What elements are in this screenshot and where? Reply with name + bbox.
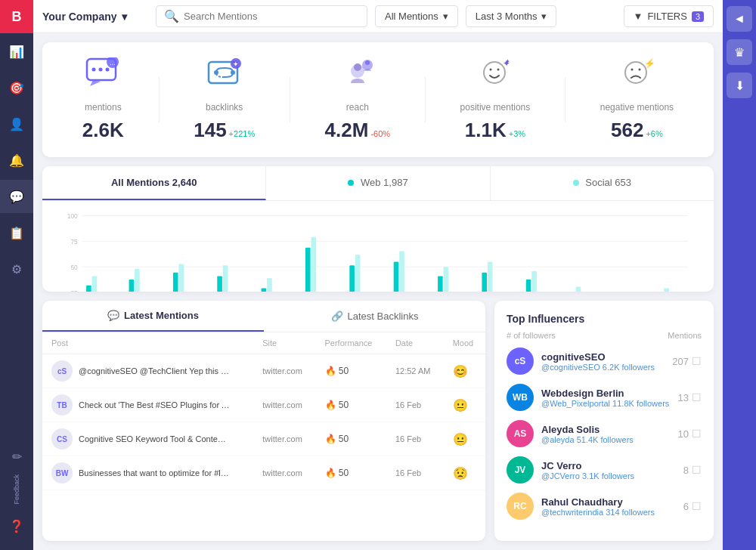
negative-value: 562 (611, 119, 643, 142)
reach-label: reach (346, 102, 369, 113)
tab-latest-mentions[interactable]: 💬 Latest Mentions (42, 301, 264, 332)
svg-rect-46 (349, 265, 355, 292)
filter-icon: ▼ (634, 11, 643, 22)
svg-rect-44 (305, 248, 311, 292)
col-performance: Performance (316, 332, 386, 354)
influencer-info: Webdesign Berlin @Web_Pixelportal 11.8K … (541, 388, 671, 408)
svg-point-7 (214, 70, 218, 75)
influencer-handle: @techwriterindia 314 followers (541, 508, 676, 517)
divider-1 (159, 77, 160, 122)
date-filter-dropdown[interactable]: Last 3 Months ▾ (466, 5, 557, 27)
svg-text:25: 25 (70, 289, 78, 292)
mentions-col-label: Mentions (668, 331, 702, 340)
svg-text:✦: ✦ (505, 58, 510, 65)
search-box: 🔍 (156, 5, 367, 27)
svg-text:50: 50 (70, 264, 78, 271)
sidebar-item-help[interactable]: ❓ (0, 509, 33, 542)
download-button[interactable]: ⬇ (727, 73, 752, 98)
svg-rect-37 (135, 269, 140, 292)
mood-cell: 😐 (444, 388, 485, 422)
post-cell: BW Businesses that want to optimize for … (42, 456, 253, 490)
sidebar-item-users[interactable]: 👤 (0, 107, 33, 141)
share-button[interactable]: ◄ (727, 6, 752, 32)
performance-cell: 🔥 50 (316, 388, 386, 422)
sidebar-item-analytics[interactable]: 📊 (0, 35, 33, 68)
sidebar-item-mentions[interactable]: 💬 (0, 180, 33, 213)
influencer-name: Aleyda Solis (541, 424, 671, 435)
svg-rect-38 (173, 273, 178, 292)
site-cell: twitter.com (253, 354, 315, 388)
svg-text:75: 75 (70, 238, 78, 246)
chart-tab-all[interactable]: All Mentions 2,640 (42, 166, 266, 200)
crown-button[interactable]: ♛ (727, 39, 752, 65)
mood-cell: 😟 (444, 456, 485, 490)
company-name: Your Company (42, 11, 117, 23)
svg-rect-40 (217, 276, 222, 292)
stats-card: ... mentions 2.6K ✦ (42, 42, 714, 157)
svg-rect-35 (92, 276, 98, 292)
avatar: RC (507, 493, 534, 520)
svg-point-20 (625, 62, 646, 83)
sidebar-item-settings[interactable]: ⚙ (0, 252, 33, 286)
svg-rect-42 (262, 288, 267, 292)
search-input[interactable] (184, 11, 359, 22)
performance-cell: 🔥 50 (316, 422, 386, 456)
influencer-row[interactable]: AS Aleyda Solis @aleyda 51.4K followers … (507, 420, 702, 447)
sidebar-item-notifications[interactable]: 🔔 (0, 144, 33, 177)
influencer-row[interactable]: WB Webdesign Berlin @Web_Pixelportal 11.… (507, 384, 702, 411)
influencer-row[interactable]: RC Rahul Chaudhary @techwriterindia 314 … (507, 493, 702, 520)
filters-button[interactable]: ▼ FILTERS 3 (624, 5, 714, 27)
social-dot (573, 180, 579, 186)
mentions-icon: ... (84, 57, 122, 96)
chart-tab-social[interactable]: Social 653 (491, 166, 714, 200)
avatar: TB (51, 394, 73, 416)
influencer-count: 10 ☐ (678, 428, 702, 440)
social-tab-label: Social 653 (585, 177, 631, 188)
table-row[interactable]: BW Businesses that want to optimize for … (42, 456, 485, 490)
content-area: ... mentions 2.6K ✦ (33, 33, 723, 550)
company-selector[interactable]: Your Company ▾ (42, 11, 148, 23)
post-text: Businesses that want to optimize for #lo… (79, 468, 230, 477)
negative-delta: +6% (646, 129, 662, 138)
influencers-subheader: # of followers Mentions (507, 331, 702, 340)
influencer-name: Webdesign Berlin (541, 388, 671, 399)
sidebar-item-reports[interactable]: 📋 (0, 216, 33, 249)
influencer-handle: @Web_Pixelportal 11.8K followers (541, 399, 671, 408)
mentions-filter-dropdown[interactable]: All Mentions ▾ (375, 5, 458, 27)
divider-4 (565, 77, 565, 122)
date-cell: 12:52 AM (386, 354, 444, 388)
table-row[interactable]: TB Check out 'The Best #SEO Plugins for … (42, 388, 485, 422)
sidebar-item-targeting[interactable]: 🎯 (0, 71, 33, 104)
chart-tab-web[interactable]: Web 1,987 (266, 166, 490, 200)
main-content: Your Company ▾ 🔍 All Mentions ▾ Last 3 M… (33, 0, 723, 550)
date-filter-label: Last 3 Months (476, 11, 538, 22)
svg-rect-34 (86, 286, 91, 292)
positive-label: positive mentions (460, 102, 531, 113)
influencer-row[interactable]: cS cognitiveSEO @cognitiveSEO 6.2K follo… (507, 348, 702, 375)
post-text: Cognitive SEO Keyword Tool & Content Ass… (79, 434, 230, 443)
table-row[interactable]: CS Cognitive SEO Keyword Tool & Content … (42, 422, 485, 456)
site-cell: twitter.com (253, 456, 315, 490)
sidebar-bottom: ✏ Feedback ❓ (0, 438, 33, 550)
avatar: JV (507, 456, 534, 484)
negative-label: negative mentions (600, 102, 674, 113)
followers-col-label: # of followers (507, 331, 556, 340)
avatar: WB (507, 384, 534, 411)
mentions-filter-label: All Mentions (385, 11, 438, 22)
svg-rect-50 (438, 276, 443, 292)
svg-point-15 (484, 62, 505, 83)
all-mentions-tab-label: All Mentions 2,640 (111, 177, 197, 188)
svg-point-22 (639, 69, 641, 71)
table-row[interactable]: cS @cognitiveSEO @TechClient Yep this is… (42, 354, 485, 388)
influencer-handle: @aleyda 51.4K followers (541, 435, 671, 444)
divider-2 (290, 77, 290, 122)
feedback-label: Feedback (13, 474, 20, 505)
backlinks-label: backlinks (206, 102, 243, 113)
backlinks-icon: ✦ (206, 57, 243, 96)
sidebar: B 📊 🎯 👤 🔔 💬 📋 ⚙ ✏ Feedback ❓ (0, 0, 33, 550)
tab-latest-backlinks[interactable]: 🔗 Latest Backlinks (264, 301, 485, 332)
influencer-row[interactable]: JV JC Verro @JCVerro 3.1K followers 8 ☐ (507, 456, 702, 484)
svg-rect-48 (394, 262, 399, 292)
sidebar-item-edit[interactable]: ✏ (0, 440, 33, 473)
mentions-label: mentions (85, 102, 122, 113)
